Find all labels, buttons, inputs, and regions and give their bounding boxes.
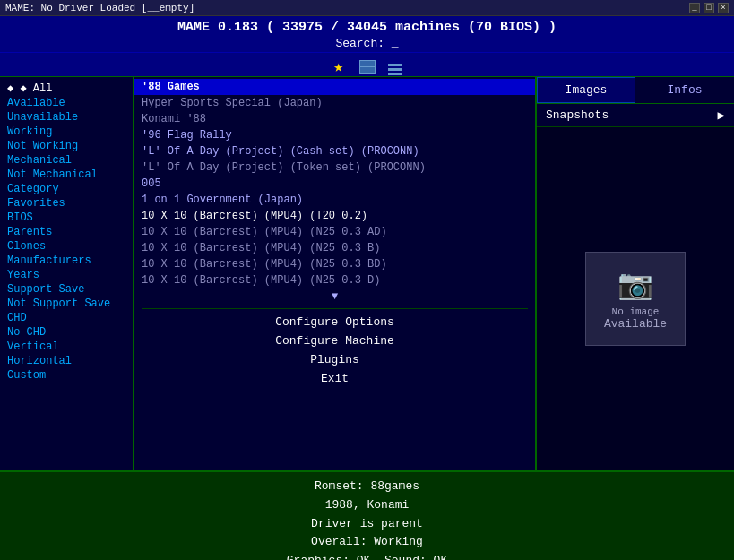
game-list[interactable]: '88 GamesHyper Sports Special (Japan)Kon… [134, 77, 537, 470]
overall-text: Overall: Working [0, 533, 734, 552]
graphics-text: Graphics: OK, Sound: OK [0, 552, 734, 560]
list-view-icon[interactable] [385, 56, 405, 73]
no-image-box: 📷 No image Available [585, 252, 686, 346]
game-item[interactable]: 'L' Of A Day (Project) (Token set) (PROC… [134, 159, 535, 176]
minimize-button[interactable]: _ [689, 3, 700, 13]
sidebar-item-parents[interactable]: Parents [0, 225, 133, 239]
status-bar: Romset: 88games 1988, Konami Driver is p… [0, 470, 734, 560]
header: MAME 0.183 ( 33975 / 34045 machines (70 … [0, 16, 734, 52]
romset-text: Romset: 88games [0, 478, 734, 496]
tab-images[interactable]: Images [537, 77, 635, 103]
sidebar-item-horizontal[interactable]: Horizontal [0, 354, 133, 368]
favorites-icon[interactable]: ★ [329, 56, 349, 73]
sidebar-item-clones[interactable]: Clones [0, 239, 133, 254]
sidebar-item-no-chd[interactable]: No CHD [0, 325, 133, 340]
driver-text: Driver is parent [0, 515, 734, 534]
sidebar: ◆ AllAvailableUnavailableWorkingNot Work… [0, 77, 134, 470]
list-separator [142, 308, 528, 309]
tabs: Images Infos [537, 77, 734, 104]
sidebar-item-manufacturers[interactable]: Manufacturers [0, 254, 133, 268]
game-item[interactable]: 10 X 10 (Barcrest) (MPU4) (N25 0.3 B) [134, 240, 535, 256]
sidebar-item-not-working[interactable]: Not Working [0, 139, 133, 153]
game-item[interactable]: 005 [134, 176, 535, 192]
sidebar-item-unavailable[interactable]: Unavailable [0, 110, 133, 125]
snapshots-arrow[interactable]: ▶ [718, 108, 725, 123]
game-item[interactable]: 10 X 10 (Barcrest) (MPU4) (N25 0.3 D) [134, 272, 535, 289]
snapshots-row: Snapshots ▶ [537, 104, 734, 127]
sidebar-item-category[interactable]: Category [0, 182, 133, 196]
menu-item-exit[interactable]: Exit [134, 369, 535, 388]
no-image-text: No image [604, 306, 667, 317]
game-item[interactable]: 10 X 10 (Barcrest) (MPU4) (T20 0.2) [134, 208, 535, 224]
sidebar-item-bios[interactable]: BIOS [0, 211, 133, 225]
snapshots-label: Snapshots [546, 108, 609, 122]
search-label: Search: _ [335, 37, 398, 50]
sidebar-item-not-support-save[interactable]: Not Support Save [0, 297, 133, 311]
title-bar: MAME: No Driver Loaded [__empty] _ □ × [0, 0, 734, 16]
sidebar-item-support-save[interactable]: Support Save [0, 282, 133, 297]
menu-item-configure-options[interactable]: Configure Options [134, 313, 535, 332]
main-content: ◆ AllAvailableUnavailableWorkingNot Work… [0, 76, 734, 470]
game-item[interactable]: '96 Flag Rally [134, 127, 535, 143]
game-item[interactable]: Hyper Sports Special (Japan) [134, 95, 535, 111]
sidebar-item-custom[interactable]: Custom [0, 368, 133, 383]
toolbar: ★ [0, 52, 734, 76]
sidebar-item-years[interactable]: Years [0, 268, 133, 282]
sidebar-item-all[interactable]: ◆ All [0, 81, 133, 96]
game-item[interactable]: Konami '88 [134, 111, 535, 127]
close-button[interactable]: × [718, 3, 729, 13]
sidebar-item-vertical[interactable]: Vertical [0, 340, 133, 354]
game-item[interactable]: '88 Games [134, 79, 535, 95]
menu-item-configure-machine[interactable]: Configure Machine [134, 332, 535, 350]
camera-icon: 📷 [604, 267, 667, 303]
game-item[interactable]: 10 X 10 (Barcrest) (MPU4) (N25 0.3 BD) [134, 256, 535, 272]
game-item[interactable]: 'L' Of A Day (Project) (Cash set) (PROCO… [134, 143, 535, 159]
title-bar-controls[interactable]: _ □ × [689, 3, 729, 13]
right-panel: Images Infos Snapshots ▶ 📷 No image Avai… [537, 77, 734, 470]
search-bar[interactable]: Search: _ [0, 37, 734, 50]
scroll-down-arrow[interactable]: ▼ [134, 289, 535, 305]
tab-infos[interactable]: Infos [635, 77, 734, 103]
image-area: 📷 No image Available [537, 127, 734, 470]
sidebar-item-not-mechanical[interactable]: Not Mechanical [0, 168, 133, 182]
sidebar-item-available[interactable]: Available [0, 96, 133, 110]
game-item[interactable]: 10 X 10 (Barcrest) (MPU4) (N25 0.3 AD) [134, 224, 535, 240]
year-company-text: 1988, Konami [0, 496, 734, 515]
sidebar-item-working[interactable]: Working [0, 125, 133, 139]
mame-title: MAME 0.183 ( 33975 / 34045 machines (70 … [0, 20, 734, 35]
menu-item-plugins[interactable]: Plugins [134, 350, 535, 369]
sidebar-item-favorites[interactable]: Favorites [0, 196, 133, 211]
sidebar-item-chd[interactable]: CHD [0, 311, 133, 325]
game-item[interactable]: 1 on 1 Government (Japan) [134, 192, 535, 208]
sidebar-item-mechanical[interactable]: Mechanical [0, 153, 133, 168]
maximize-button[interactable]: □ [704, 3, 714, 13]
available-text: Available [604, 317, 667, 331]
window-title: MAME: No Driver Loaded [__empty] [5, 3, 194, 13]
grid-view-icon[interactable] [358, 56, 377, 73]
